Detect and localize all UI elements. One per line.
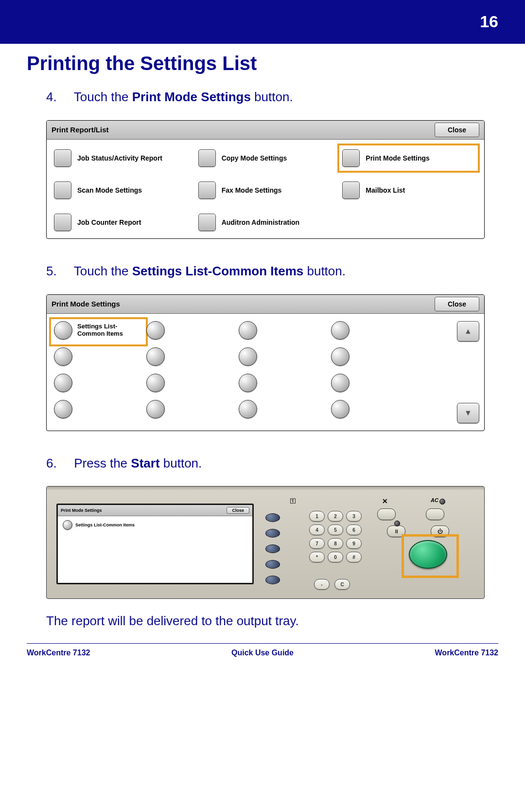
- key-6[interactable]: 6: [346, 524, 362, 535]
- option-blank[interactable]: [146, 400, 239, 418]
- option-blank[interactable]: [331, 347, 423, 366]
- start-button[interactable]: [409, 540, 447, 569]
- circle-button-icon[interactable]: [239, 374, 257, 392]
- step-6-bold: Start: [131, 456, 159, 470]
- circle-button-icon[interactable]: [146, 347, 165, 366]
- step-6-post: button.: [160, 456, 202, 470]
- clear-button[interactable]: [377, 508, 396, 520]
- square-button-icon[interactable]: [342, 149, 360, 167]
- step-6: 6. Press the Start button.: [46, 455, 498, 472]
- option-fax-mode[interactable]: Fax Mode Settings: [198, 181, 333, 199]
- circle-button-icon[interactable]: [331, 321, 350, 340]
- square-button-icon[interactable]: [54, 181, 71, 199]
- key-2[interactable]: 2: [328, 511, 343, 522]
- page-number: 16: [480, 12, 498, 31]
- option-blank[interactable]: [146, 347, 239, 366]
- option-copy-mode[interactable]: Copy Mode Settings: [198, 149, 333, 167]
- scroll-up-button[interactable]: ▲: [457, 321, 479, 342]
- option-blank[interactable]: [146, 374, 239, 392]
- power-button[interactable]: ⏻: [431, 525, 449, 537]
- clear-all-button[interactable]: [426, 508, 444, 520]
- print-mode-settings-panel: Print Mode Settings Close Settings List-…: [46, 294, 485, 431]
- option-blank[interactable]: [239, 400, 331, 418]
- login-icon: ⚿: [290, 497, 296, 505]
- key-c[interactable]: C: [334, 579, 350, 590]
- step-5-number: 5.: [46, 263, 70, 280]
- oval-button[interactable]: [265, 544, 280, 553]
- oval-button[interactable]: [265, 513, 280, 522]
- key-4[interactable]: 4: [309, 524, 325, 535]
- key-9[interactable]: 9: [346, 538, 362, 549]
- option-blank[interactable]: [54, 347, 146, 366]
- square-button-icon[interactable]: [54, 149, 71, 167]
- option-auditron[interactable]: Auditron Administration: [198, 214, 333, 231]
- option-blank[interactable]: [239, 321, 331, 340]
- circle-button-icon[interactable]: [54, 374, 72, 392]
- key-8[interactable]: 8: [328, 538, 343, 549]
- key-3[interactable]: 3: [346, 511, 362, 522]
- option-job-counter[interactable]: Job Counter Report: [54, 214, 189, 231]
- numeric-keypad: 1 2 3 4 5 6 7 8 9 * 0 #: [309, 511, 362, 562]
- scroll-down-button[interactable]: ▼: [457, 403, 479, 423]
- circle-button-icon[interactable]: [331, 400, 350, 418]
- extra-keys: - C: [314, 579, 350, 590]
- key-hash[interactable]: #: [346, 552, 362, 562]
- square-button-icon[interactable]: [198, 149, 216, 167]
- close-button[interactable]: Close: [435, 297, 479, 311]
- option-blank[interactable]: [239, 374, 331, 392]
- option-label: Copy Mode Settings: [222, 154, 287, 162]
- print-report-list-panel: Print Report/List Close Job Status/Activ…: [46, 120, 485, 239]
- circle-button-icon[interactable]: [146, 400, 165, 418]
- close-button[interactable]: Close: [435, 123, 479, 137]
- interrupt-button[interactable]: ⏸: [387, 525, 405, 537]
- option-label: Print Mode Settings: [366, 154, 429, 162]
- oval-button[interactable]: [265, 529, 280, 538]
- circle-button-icon[interactable]: [54, 321, 72, 340]
- key-5[interactable]: 5: [328, 524, 343, 535]
- circle-button-icon[interactable]: [63, 520, 72, 530]
- circle-button-icon[interactable]: [331, 347, 350, 366]
- option-job-status[interactable]: Job Status/Activity Report: [54, 149, 189, 167]
- circle-button-icon[interactable]: [146, 374, 165, 392]
- circle-button-icon[interactable]: [239, 400, 257, 418]
- key-1[interactable]: 1: [309, 511, 325, 522]
- square-button-icon[interactable]: [54, 214, 71, 231]
- circle-button-icon[interactable]: [54, 347, 72, 366]
- page-footer: WorkCentre 7132 Quick Use Guide WorkCent…: [0, 644, 525, 657]
- option-mailbox-list[interactable]: Mailbox List: [342, 181, 477, 199]
- circle-button-icon[interactable]: [54, 400, 72, 418]
- option-print-mode[interactable]: Print Mode Settings: [342, 149, 477, 167]
- mini-close-button[interactable]: Close: [227, 507, 249, 514]
- option-blank[interactable]: [239, 347, 331, 366]
- key-dash[interactable]: -: [314, 579, 330, 590]
- option-blank[interactable]: [146, 321, 239, 340]
- mini-header: Print Mode Settings Close: [58, 505, 252, 516]
- option-blank[interactable]: [54, 400, 146, 418]
- option-blank[interactable]: [331, 321, 423, 340]
- interrupt-icon: ⏸: [394, 528, 399, 534]
- key-7[interactable]: 7: [309, 538, 325, 549]
- option-settings-list-common[interactable]: Settings List-Common Items: [54, 321, 146, 340]
- step-6-pre: Press the: [74, 456, 131, 470]
- square-button-icon[interactable]: [342, 181, 360, 199]
- device-touchscreen[interactable]: Print Mode Settings Close Settings List-…: [56, 504, 254, 584]
- key-0[interactable]: 0: [328, 552, 343, 562]
- key-star[interactable]: *: [309, 552, 325, 562]
- circle-button-icon[interactable]: [239, 347, 257, 366]
- option-scan-mode[interactable]: Scan Mode Settings: [54, 181, 189, 199]
- option-blank[interactable]: [331, 374, 423, 392]
- option-label: Scan Mode Settings: [77, 186, 142, 194]
- option-label: Mailbox List: [366, 186, 405, 194]
- circle-button-icon[interactable]: [146, 321, 165, 340]
- result-text: The report will be delivered to the outp…: [46, 614, 498, 629]
- option-blank[interactable]: [331, 400, 423, 418]
- square-button-icon[interactable]: [198, 181, 216, 199]
- circle-button-icon[interactable]: [331, 374, 350, 392]
- step-6-number: 6.: [46, 455, 70, 472]
- circle-button-icon[interactable]: [239, 321, 257, 340]
- oval-button[interactable]: [265, 576, 280, 584]
- mini-title: Print Mode Settings: [61, 508, 102, 513]
- oval-button[interactable]: [265, 560, 280, 569]
- option-blank[interactable]: [54, 374, 146, 392]
- square-button-icon[interactable]: [198, 214, 216, 231]
